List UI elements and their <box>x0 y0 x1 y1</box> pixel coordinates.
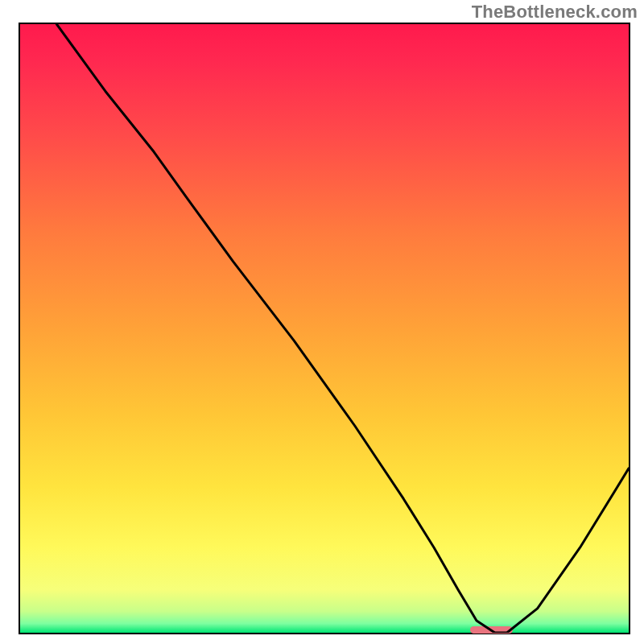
watermark-text: TheBottleneck.com <box>472 2 638 23</box>
plot-area <box>19 23 630 634</box>
bottleneck-curve <box>20 24 629 633</box>
chart-frame: TheBottleneck.com <box>0 0 644 644</box>
